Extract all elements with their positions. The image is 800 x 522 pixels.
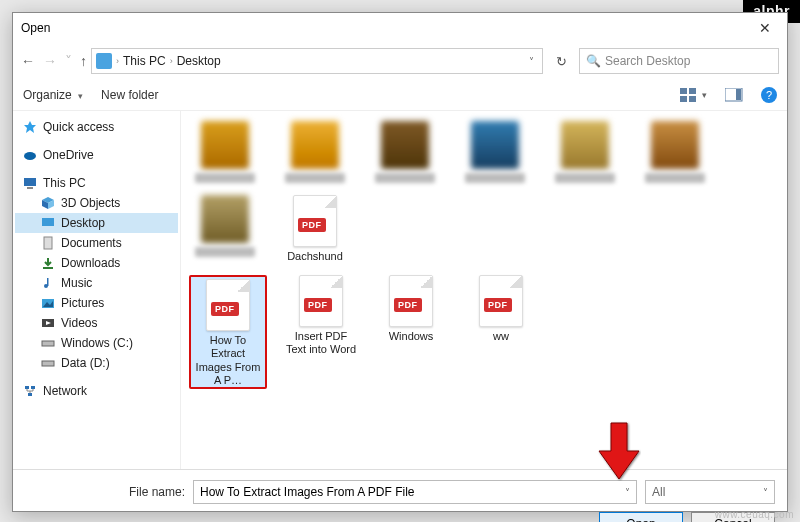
music-icon	[41, 276, 55, 290]
svg-rect-3	[689, 96, 696, 102]
close-icon[interactable]: ✕	[751, 18, 779, 38]
new-folder-button[interactable]: New folder	[101, 88, 158, 102]
file-label	[375, 173, 435, 183]
file-item-ww[interactable]: PDF ww	[465, 275, 537, 389]
sidebar-item-network[interactable]: Network	[15, 381, 178, 401]
dialog-body: Quick access OneDrive This PC 3D Objects…	[13, 111, 787, 469]
chevron-down-icon[interactable]: ˅	[625, 487, 630, 498]
folder-item[interactable]	[279, 121, 351, 183]
pc-icon	[23, 176, 37, 190]
navigation-pane: Quick access OneDrive This PC 3D Objects…	[13, 111, 181, 469]
path-dropdown[interactable]: ˅	[525, 56, 538, 67]
file-label: ww	[493, 330, 509, 343]
svg-rect-8	[24, 178, 36, 186]
title-bar: Open ✕	[13, 13, 787, 43]
folder-icon	[381, 121, 429, 169]
sidebar-item-documents[interactable]: Documents	[15, 233, 178, 253]
pc-icon	[96, 53, 112, 69]
folder-item[interactable]	[459, 121, 531, 183]
help-icon[interactable]: ?	[761, 87, 777, 103]
sidebar-item-pictures[interactable]: Pictures	[15, 293, 178, 313]
crumb-this-pc[interactable]: This PC	[123, 54, 166, 68]
folder-icon	[471, 121, 519, 169]
search-input[interactable]: 🔍 Search Desktop	[579, 48, 779, 74]
sidebar-item-label: Desktop	[61, 216, 105, 230]
sidebar-item-quick-access[interactable]: Quick access	[15, 117, 178, 137]
pdf-icon: PDF	[299, 275, 343, 327]
file-item-how-to-extract[interactable]: PDF How To Extract Images From A P…	[189, 275, 267, 389]
window-title: Open	[21, 21, 50, 35]
doc-icon	[41, 236, 55, 250]
cloud-icon	[23, 148, 37, 162]
sidebar-item-label: Documents	[61, 236, 122, 250]
file-item-insert-pdf[interactable]: PDF Insert PDF Text into Word	[285, 275, 357, 389]
sidebar-item-label: Videos	[61, 316, 97, 330]
folder-item[interactable]	[639, 121, 711, 183]
file-label: How To Extract Images From A P…	[193, 334, 263, 385]
chevron-down-icon: ˅	[763, 487, 768, 498]
recent-locations[interactable]: ˅	[65, 53, 72, 69]
file-label	[645, 173, 705, 183]
back-button[interactable]: ←	[21, 53, 35, 69]
file-item-dachshund[interactable]: PDF Dachshund	[279, 195, 351, 263]
sidebar-item-onedrive[interactable]: OneDrive	[15, 145, 178, 165]
breadcrumb[interactable]: › This PC › Desktop ˅	[91, 48, 543, 74]
folder-icon	[291, 121, 339, 169]
search-placeholder: Search Desktop	[605, 54, 690, 68]
svg-point-7	[24, 152, 36, 160]
folder-icon	[561, 121, 609, 169]
svg-rect-25	[31, 386, 35, 389]
organize-menu[interactable]: Organize ▾	[23, 88, 83, 102]
file-label: Windows	[389, 330, 434, 343]
sidebar-item-windows-c[interactable]: Windows (C:)	[15, 333, 178, 353]
file-name-label: File name:	[25, 485, 185, 499]
up-button[interactable]: ↑	[80, 53, 87, 69]
sidebar-item-downloads[interactable]: Downloads	[15, 253, 178, 273]
folder-item[interactable]	[189, 195, 261, 263]
sidebar-item-data-d[interactable]: Data (D:)	[15, 353, 178, 373]
svg-rect-2	[680, 96, 687, 102]
svg-rect-5	[736, 89, 741, 100]
folder-item[interactable]	[369, 121, 441, 183]
sidebar-item-videos[interactable]: Videos	[15, 313, 178, 333]
view-options-icon[interactable]	[680, 88, 698, 102]
star-icon	[23, 120, 37, 134]
preview-pane-icon[interactable]	[725, 88, 743, 102]
file-item-windows[interactable]: PDF Windows	[375, 275, 447, 389]
svg-rect-0	[680, 88, 687, 94]
open-dialog: Open ✕ ← → ˅ ↑ › This PC › Desktop ˅ ↻ 🔍…	[12, 12, 788, 512]
network-icon	[23, 384, 37, 398]
open-button[interactable]: Open	[599, 512, 683, 522]
download-icon	[41, 256, 55, 270]
crumb-desktop[interactable]: Desktop	[177, 54, 221, 68]
sidebar-item-label: Windows (C:)	[61, 336, 133, 350]
site-watermark: www.ceuaq.com	[715, 509, 794, 520]
svg-rect-17	[47, 278, 49, 286]
svg-marker-6	[24, 121, 36, 133]
forward-button[interactable]: →	[43, 53, 57, 69]
drive-icon	[41, 336, 55, 350]
sidebar-item-this-pc[interactable]: This PC	[15, 173, 178, 193]
chevron-right-icon: ›	[116, 56, 119, 66]
file-label	[465, 173, 525, 183]
file-label	[285, 173, 345, 183]
folder-icon	[201, 121, 249, 169]
sidebar-item-3d-objects[interactable]: 3D Objects	[15, 193, 178, 213]
refresh-button[interactable]: ↻	[547, 54, 575, 69]
chevron-down-icon[interactable]: ▾	[702, 90, 707, 100]
folder-item[interactable]	[549, 121, 621, 183]
folder-icon	[201, 195, 249, 243]
sidebar-item-label: Music	[61, 276, 92, 290]
file-type-filter[interactable]: All ˅	[645, 480, 775, 504]
desktop-icon	[41, 216, 55, 230]
svg-rect-23	[42, 361, 54, 366]
sidebar-item-music[interactable]: Music	[15, 273, 178, 293]
pdf-icon: PDF	[479, 275, 523, 327]
folder-item[interactable]	[189, 121, 261, 183]
file-label: Dachshund	[287, 250, 343, 263]
svg-rect-13	[42, 218, 54, 226]
file-name-input[interactable]: How To Extract Images From A PDF File ˅	[193, 480, 637, 504]
sidebar-item-desktop[interactable]: Desktop	[15, 213, 178, 233]
address-bar-row: ← → ˅ ↑ › This PC › Desktop ˅ ↻ 🔍 Search…	[13, 43, 787, 79]
file-name-value: How To Extract Images From A PDF File	[200, 485, 415, 499]
